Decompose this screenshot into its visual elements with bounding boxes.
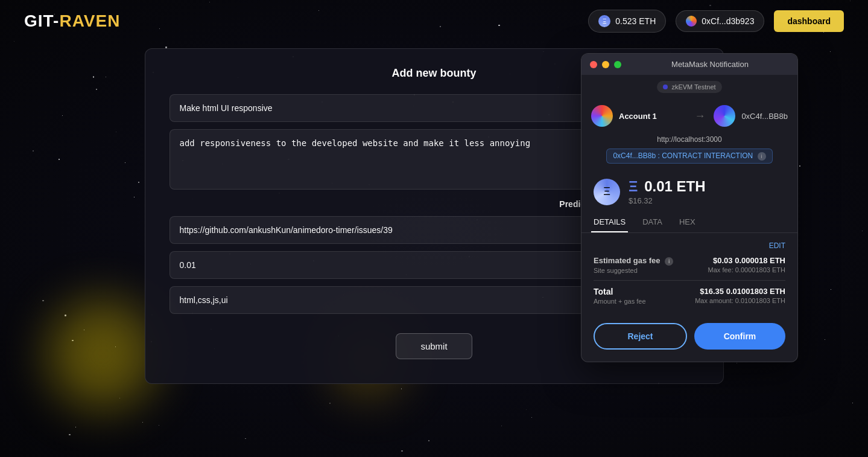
mm-total-label: Total: [594, 287, 646, 296]
mm-to-account-address: 0xC4f...BB8b: [741, 112, 788, 121]
mm-edit-link[interactable]: EDIT: [594, 241, 785, 250]
traffic-light-red[interactable]: [590, 61, 597, 68]
tab-hex[interactable]: HEX: [677, 213, 698, 232]
tab-data[interactable]: DATA: [640, 213, 665, 232]
mm-details-section: EDIT Estimated gas fee i Site suggested …: [581, 233, 797, 313]
tab-details[interactable]: DETAILS: [591, 213, 628, 232]
mm-total-value: $16.35 0.01001803 ETH: [695, 287, 785, 296]
mm-total-value-group: $16.35 0.01001803 ETH Max amount: 0.0100…: [695, 287, 785, 304]
confirm-button[interactable]: Confirm: [694, 323, 785, 350]
mm-url: http://localhost:3000: [581, 133, 797, 149]
traffic-light-green[interactable]: [614, 61, 621, 68]
mm-eth-symbol: Ξ: [629, 178, 638, 194]
contract-info-icon[interactable]: i: [758, 152, 766, 161]
mm-eth-amount-value: 0.01 ETH: [644, 178, 705, 194]
mm-gas-fee-row: Estimated gas fee i Site suggested $0.03…: [594, 256, 785, 274]
mm-to-account-icon: [714, 105, 735, 127]
mm-action-buttons: Reject Confirm: [581, 313, 797, 362]
mm-amount-info: Ξ 0.01 ETH $16.32: [629, 178, 706, 205]
mm-total-row: Total Amount + gas fee $16.35 0.01001803…: [594, 287, 785, 305]
mm-gas-fee-value-group: $0.03 0.000018 ETH Max fee: 0.00001803 E…: [708, 256, 785, 273]
mm-gas-fee-label: Estimated gas fee i: [594, 256, 673, 266]
mm-eth-logo: Ξ: [594, 179, 620, 205]
mm-total-label-group: Total Amount + gas fee: [594, 287, 646, 305]
mm-accounts-row: Account 1 → 0xC4f...BB8b: [581, 99, 797, 133]
mm-gas-fee-sub: Site suggested: [594, 267, 673, 274]
mm-gas-fee-label-group: Estimated gas fee i Site suggested: [594, 256, 673, 274]
mm-network-badge: zkEVM Testnet: [657, 81, 721, 93]
mm-total-max: Max amount: 0.01001803 ETH: [695, 297, 785, 304]
mm-from-account-name: Account 1: [619, 112, 686, 121]
mm-tabs: DETAILS DATA HEX: [581, 213, 797, 233]
mm-contract-address: 0xC4f...BB8b : CONTRACT INTERACTION i: [606, 149, 772, 164]
mm-network-name: zkEVM Testnet: [671, 83, 715, 91]
mm-gas-fee-max: Max fee: 0.00001803 ETH: [708, 266, 785, 273]
mm-eth-amount-display: Ξ 0.01 ETH: [629, 178, 706, 195]
mm-titlebar: MetaMask Notification: [581, 54, 797, 75]
mm-title: MetaMask Notification: [631, 60, 789, 69]
mm-contract-badge: 0xC4f...BB8b : CONTRACT INTERACTION i: [591, 149, 788, 164]
mm-amount-section: Ξ Ξ 0.01 ETH $16.32: [581, 171, 797, 213]
mm-transfer-arrow-icon: →: [692, 110, 708, 123]
submit-button[interactable]: submit: [396, 333, 472, 359]
reject-button[interactable]: Reject: [594, 323, 687, 350]
mm-from-account-icon: [591, 105, 613, 127]
network-dot-icon: [663, 85, 668, 89]
mm-total-sub: Amount + gas fee: [594, 298, 646, 305]
metamask-notification: MetaMask Notification zkEVM Testnet Acco…: [581, 53, 798, 362]
mm-gas-fee-value: $0.03 0.000018 ETH: [708, 256, 785, 265]
gas-fee-info-icon[interactable]: i: [665, 257, 673, 266]
mm-usd-value: $16.32: [629, 196, 706, 205]
traffic-light-yellow[interactable]: [602, 61, 609, 68]
mm-divider: [594, 280, 785, 281]
